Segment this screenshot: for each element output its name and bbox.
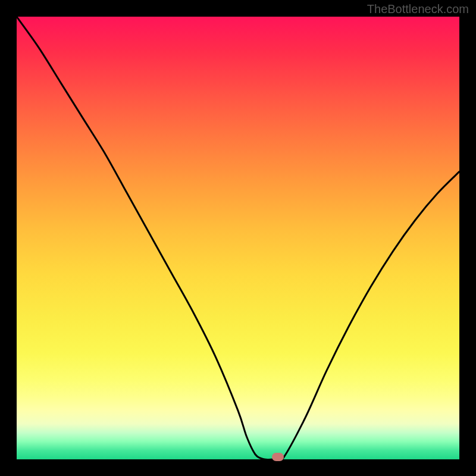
watermark-text: TheBottleneck.com bbox=[367, 2, 469, 16]
chart-container bbox=[17, 17, 459, 459]
optimal-point-marker bbox=[272, 453, 284, 461]
bottleneck-curve-svg bbox=[17, 17, 459, 459]
bottleneck-curve-path bbox=[17, 17, 459, 459]
